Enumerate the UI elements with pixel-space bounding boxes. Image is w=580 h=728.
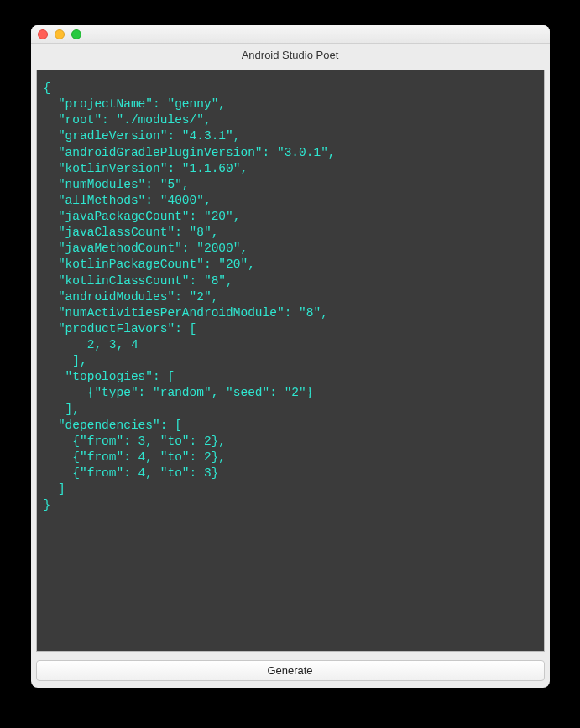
app-window: Android Studio Poet { "projectName": "ge… [31, 25, 550, 688]
content-area: { "projectName": "genny", "root": "./mod… [31, 65, 550, 657]
zoom-icon[interactable] [71, 29, 81, 39]
close-icon[interactable] [38, 29, 48, 39]
titlebar[interactable] [31, 25, 550, 44]
generate-button[interactable]: Generate [36, 660, 545, 681]
minimize-icon[interactable] [55, 29, 65, 39]
window-title: Android Studio Poet [31, 44, 550, 65]
traffic-lights [38, 29, 81, 39]
json-editor[interactable]: { "projectName": "genny", "root": "./mod… [36, 70, 545, 652]
